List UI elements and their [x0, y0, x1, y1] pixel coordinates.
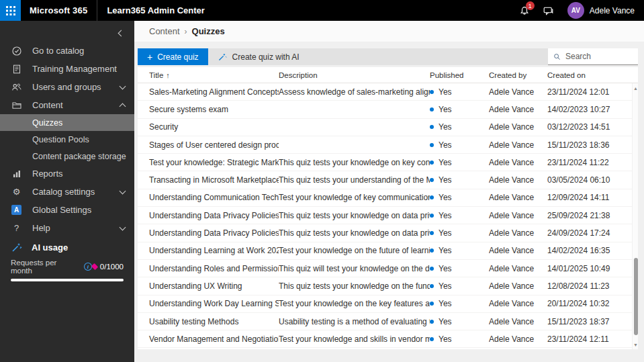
column-header-created-on[interactable]: Created on [547, 71, 638, 79]
user-name: Adele Vance [590, 6, 635, 15]
table-row[interactable]: Understanding Roles and Permissions in P… [138, 260, 632, 277]
created-on: 23/11/2024 12:11 [547, 334, 632, 344]
scroll-down-arrow-icon[interactable]: ▼ [633, 341, 638, 348]
table-row[interactable]: Understanding UX Writing This quiz tests… [138, 277, 632, 295]
published-dot-icon [430, 248, 434, 253]
info-icon[interactable]: i [84, 263, 92, 271]
table-row[interactable]: Understanding Work Day Learning Solution… [138, 296, 632, 313]
usage-progress-bar [11, 279, 124, 281]
column-header-description[interactable]: Description [279, 71, 430, 79]
usage-count: 0/1000 [100, 263, 124, 271]
published-status: Yes [430, 228, 489, 238]
breadcrumb: Content › Quizzes [134, 21, 644, 42]
sidebar-item-content[interactable]: Content [0, 96, 134, 114]
chevron-down-icon [120, 224, 126, 230]
sidebar-item-question-pools[interactable]: Question Pools [0, 131, 134, 148]
gear-icon: ⚙ [11, 186, 22, 197]
table-row[interactable]: Stages of User centered design process Y… [138, 136, 632, 154]
sidebar-item-users-and-groups[interactable]: Users and groups [0, 78, 134, 96]
published-dot-icon [430, 143, 434, 147]
table-row[interactable]: Security Yes Adele Vance 03/12/2023 14:5… [138, 119, 632, 136]
search-input[interactable] [565, 52, 633, 61]
breadcrumb-content[interactable]: Content [149, 26, 180, 36]
scrollbar-thumb[interactable] [634, 258, 638, 335]
notification-badge: 1 [526, 1, 535, 10]
admin-center-title[interactable]: Learn365 Admin Center [107, 5, 204, 15]
avatar[interactable]: AV [567, 2, 584, 19]
create-quiz-with-ai-button[interactable]: Create quiz with AI [208, 48, 309, 65]
created-on: 24/09/2024 17:24 [547, 228, 632, 238]
quiz-description: Test your knowledge on the future of lea… [279, 246, 430, 255]
published-dot-icon [430, 214, 434, 218]
chevron-down-icon [120, 187, 126, 194]
table-row[interactable]: Transacting in Microsoft Marketplace Qui… [138, 171, 632, 189]
column-header-published[interactable]: Published [430, 71, 489, 79]
quiz-description: Assess knowledge of sales-marketing alig… [279, 87, 430, 97]
sidebar-item-global-settings[interactable]: A Global Settings [0, 201, 134, 219]
published-dot-icon [430, 178, 434, 182]
quiz-description: Test your knowledge and skills in vendor… [279, 334, 430, 344]
created-by: Adele Vance [489, 193, 547, 202]
table-row[interactable]: Understanding Data Privacy Policies and … [138, 224, 632, 242]
sidebar-item-reports[interactable]: Reports [0, 165, 134, 183]
published-status: Yes [430, 334, 489, 344]
created-by: Adele Vance [489, 228, 547, 238]
create-quiz-button[interactable]: + Create quiz [138, 48, 208, 65]
created-on: 20/11/2024 10:32 [547, 299, 632, 308]
sidebar-item-quizzes[interactable]: Quizzes [0, 114, 134, 131]
published-status: Yes [430, 87, 489, 97]
table-body: Sales-Marketing Alignment Concepts Asses… [138, 83, 632, 349]
created-on: 23/11/2024 11:22 [547, 158, 632, 167]
sidebar-item-content-package-storage[interactable]: Content package storage [0, 148, 134, 165]
published-status: Yes [430, 140, 489, 150]
sidebar-item-help[interactable]: ? Help [0, 219, 134, 237]
sidebar-nav: Go to catalog Training Management Users … [0, 21, 134, 362]
table-row[interactable]: Understanding Data Privacy Policies This… [138, 207, 632, 224]
waffle-icon [6, 6, 15, 15]
table-header: Title↑ Description Published Created by … [138, 67, 638, 83]
column-header-created-by[interactable]: Created by [489, 71, 547, 79]
published-status: Yes [430, 317, 489, 326]
created-by: Adele Vance [489, 246, 547, 255]
sidebar-item-training-management[interactable]: Training Management [0, 60, 134, 78]
published-dot-icon [430, 284, 434, 288]
created-on: 23/11/2024 12:01 [547, 87, 632, 97]
published-status: Yes [430, 158, 489, 167]
created-by: Adele Vance [489, 158, 547, 167]
magic-wand-icon [11, 242, 22, 253]
command-bar: + Create quiz Create quiz with AI [138, 48, 638, 65]
search-box[interactable] [548, 48, 638, 65]
vertical-scrollbar[interactable]: ▲ ▼ [632, 83, 638, 349]
quiz-description: This quiz tests your knowledge on data p… [279, 211, 430, 220]
sidebar-item-catalog-settings[interactable]: ⚙ Catalog settings [0, 183, 134, 201]
feedback-button[interactable] [537, 0, 561, 21]
quiz-description: Test your knowledge of key communication… [279, 193, 430, 202]
notifications-button[interactable]: 1 [512, 0, 537, 21]
published-dot-icon [430, 161, 434, 165]
quiz-title: Sales-Marketing Alignment Concepts [138, 87, 279, 97]
sidebar-collapse-button[interactable] [0, 24, 134, 42]
table-row[interactable]: Sales-Marketing Alignment Concepts Asses… [138, 83, 632, 101]
table-row[interactable]: Understanding Learning at Work 2023 Test… [138, 242, 632, 260]
published-dot-icon [430, 302, 434, 306]
scroll-up-arrow-icon[interactable]: ▲ [633, 85, 638, 91]
diamond-icon [91, 263, 98, 270]
table-row[interactable]: Usability testing Methods Usability test… [138, 313, 632, 330]
table-row[interactable]: Understanding Communication Techniques T… [138, 189, 632, 207]
created-by: Adele Vance [489, 175, 547, 185]
product-name[interactable]: Microsoft 365 [30, 5, 87, 15]
column-header-title[interactable]: Title↑ [138, 71, 279, 79]
published-dot-icon [430, 320, 434, 324]
quiz-description: This quiz tests your knowledge on the fu… [279, 281, 430, 291]
search-icon [553, 52, 561, 61]
sidebar-item-go-to-catalog[interactable]: Go to catalog [0, 42, 134, 60]
quiz-title: Understanding Work Day Learning Solution [138, 299, 279, 308]
table-row[interactable]: Test your knowledge: Strategic Marketing… [138, 154, 632, 171]
table-row[interactable]: Vendor Management and Negotiation Skil..… [138, 330, 632, 348]
account-menu[interactable]: AV Adele Vance [561, 2, 644, 19]
app-launcher-button[interactable] [0, 0, 21, 21]
requests-label: Requests per month [11, 259, 80, 275]
published-dot-icon [430, 107, 434, 111]
training-icon [11, 63, 22, 75]
table-row[interactable]: Secure systems exam Yes Adele Vance 14/0… [138, 101, 632, 118]
